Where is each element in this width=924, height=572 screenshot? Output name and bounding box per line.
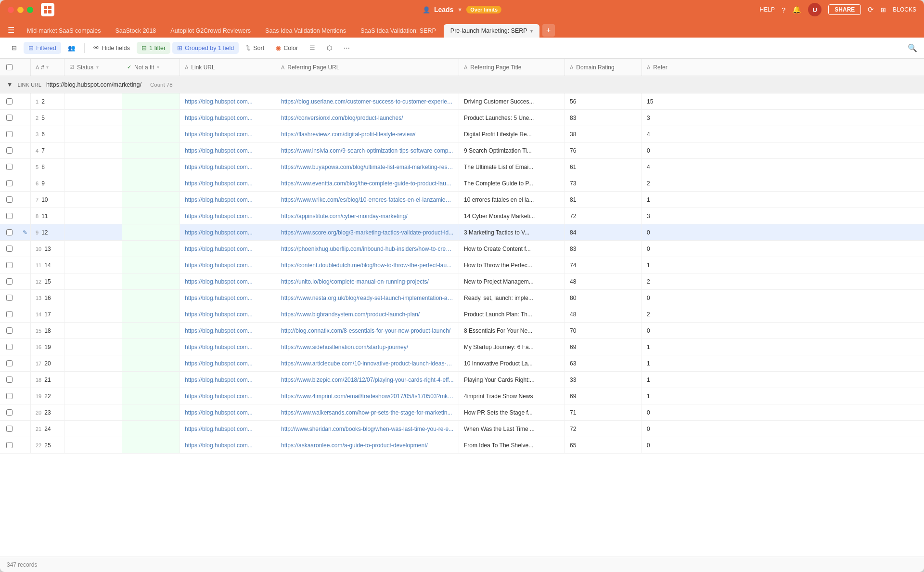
cell-status-22[interactable] <box>64 388 122 404</box>
row-checkbox-23[interactable] <box>6 409 13 416</box>
group-chevron[interactable]: ▼ <box>7 81 13 88</box>
table-row[interactable]: 22 25 https://blog.hubspot.com... https:… <box>0 437 924 454</box>
cell-checkbox-6[interactable] <box>0 126 19 142</box>
table-row[interactable]: 4 7 https://blog.hubspot.com... https://… <box>0 143 924 159</box>
cell-refurl-5[interactable]: https://conversionxl.com/blog/product-la… <box>276 110 459 126</box>
menu-icon[interactable]: ☰ <box>8 26 14 35</box>
cell-checkbox-13[interactable] <box>0 241 19 257</box>
linkurl-link-12[interactable]: https://blog.hubspot.com... <box>185 229 253 236</box>
table-row[interactable]: 19 22 https://blog.hubspot.com... https:… <box>0 388 924 404</box>
cell-refurl-12[interactable]: https://www.score.org/blog/3-marketing-t… <box>276 224 459 240</box>
linkurl-link-9[interactable]: https://blog.hubspot.com... <box>185 180 253 187</box>
cell-status-25[interactable] <box>64 437 122 453</box>
refurl-link-9[interactable]: https://www.eventtia.com/blog/the-comple… <box>281 180 454 187</box>
table-row[interactable]: 13 16 https://blog.hubspot.com... https:… <box>0 290 924 306</box>
cell-refurl-9[interactable]: https://www.eventtia.com/blog/the-comple… <box>276 175 459 191</box>
cell-refurl-6[interactable]: https://flashreviewz.com/digital-profit-… <box>276 126 459 142</box>
search-icon[interactable]: 🔍 <box>908 43 917 52</box>
table-row[interactable]: 11 14 https://blog.hubspot.com... https:… <box>0 257 924 273</box>
row-checkbox-11[interactable] <box>6 213 13 219</box>
cell-linkurl-16[interactable]: https://blog.hubspot.com... <box>180 290 276 306</box>
cell-status-10[interactable] <box>64 192 122 208</box>
row-checkbox-24[interactable] <box>6 426 13 432</box>
app-title[interactable]: Leads <box>434 6 453 13</box>
cell-linkurl-24[interactable]: https://blog.hubspot.com... <box>180 421 276 437</box>
cell-expand-15[interactable] <box>19 273 31 289</box>
cell-notafit-6[interactable] <box>122 126 180 142</box>
cell-refurl-18[interactable]: http://blog.connatix.com/8-essentials-fo… <box>276 323 459 338</box>
table-row[interactable]: 7 10 https://blog.hubspot.com... https:/… <box>0 192 924 208</box>
cell-status-7[interactable] <box>64 143 122 158</box>
cell-status-9[interactable] <box>64 175 122 191</box>
cell-refurl-19[interactable]: https://www.sidehustlenation.com/startup… <box>276 339 459 355</box>
cell-expand-23[interactable] <box>19 404 31 420</box>
table-row[interactable]: 6 9 https://blog.hubspot.com... https://… <box>0 175 924 192</box>
row-checkbox-9[interactable] <box>6 180 13 186</box>
table-row[interactable]: 16 19 https://blog.hubspot.com... https:… <box>0 339 924 355</box>
cell-checkbox-22[interactable] <box>0 388 19 404</box>
refurl-link-15[interactable]: https://unito.io/blog/complete-manual-on… <box>281 278 429 285</box>
cell-expand-9[interactable] <box>19 175 31 191</box>
refurl-link-24[interactable]: http://www.sheridan.com/books-blog/when-… <box>281 426 453 432</box>
cell-refurl-24[interactable]: http://www.sheridan.com/books-blog/when-… <box>276 421 459 437</box>
linkurl-link-8[interactable]: https://blog.hubspot.com... <box>185 164 253 170</box>
cell-refurl-17[interactable]: https://www.bigbrandsystem.com/product-l… <box>276 306 459 322</box>
cell-notafit-18[interactable] <box>122 323 180 338</box>
cell-notafit-20[interactable] <box>122 355 180 371</box>
refurl-link-10[interactable]: https://www.wrike.com/es/blog/10-errores… <box>281 196 454 203</box>
cell-linkurl-8[interactable]: https://blog.hubspot.com... <box>180 159 276 175</box>
blocks-icon[interactable]: ⊞ <box>881 6 886 13</box>
cell-notafit-11[interactable] <box>122 208 180 224</box>
table-row[interactable]: 3 6 https://blog.hubspot.com... https://… <box>0 126 924 143</box>
table-row[interactable]: 21 24 https://blog.hubspot.com... http:/… <box>0 421 924 437</box>
cell-notafit-24[interactable] <box>122 421 180 437</box>
cell-checkbox-24[interactable] <box>0 421 19 437</box>
blocks-label[interactable]: BLOCKS <box>893 6 916 13</box>
refurl-link-20[interactable]: https://www.articlecube.com/10-innovativ… <box>281 360 454 367</box>
linkurl-link-24[interactable]: https://blog.hubspot.com... <box>185 426 253 432</box>
cell-expand-7[interactable] <box>19 143 31 158</box>
cell-linkurl-14[interactable]: https://blog.hubspot.com... <box>180 257 276 273</box>
filtered-button[interactable]: ⊞ Filtered <box>24 42 61 54</box>
header-refer[interactable]: A Refer <box>642 59 738 76</box>
cell-checkbox-17[interactable] <box>0 306 19 322</box>
filter-toggle-button[interactable]: ⊟ <box>7 42 22 54</box>
refurl-link-7[interactable]: https://www.insivia.com/9-search-optimiz… <box>281 147 453 154</box>
cell-expand-16[interactable] <box>19 290 31 306</box>
header-checkbox[interactable] <box>0 59 19 76</box>
cell-expand-11[interactable] <box>19 208 31 224</box>
header-status[interactable]: ☑ Status ▾ <box>64 59 122 76</box>
cell-expand-2[interactable] <box>19 93 31 109</box>
cell-refurl-8[interactable]: https://www.buyapowa.com/blog/ultimate-l… <box>276 159 459 175</box>
cell-refurl-10[interactable]: https://www.wrike.com/es/blog/10-errores… <box>276 192 459 208</box>
cell-status-15[interactable] <box>64 273 122 289</box>
table-row[interactable]: 20 23 https://blog.hubspot.com... https:… <box>0 404 924 421</box>
cell-linkurl-6[interactable]: https://blog.hubspot.com... <box>180 126 276 142</box>
cell-refurl-22[interactable]: https://www.4imprint.com/email/tradeshow… <box>276 388 459 404</box>
linkurl-link-22[interactable]: https://blog.hubspot.com... <box>185 393 253 400</box>
refurl-link-19[interactable]: https://www.sidehustlenation.com/startup… <box>281 344 408 351</box>
row-checkbox-22[interactable] <box>6 393 13 399</box>
tab-autopilot[interactable]: Autopilot G2Crowd Reviewers <box>164 24 257 38</box>
header-domrating[interactable]: A Domain Rating <box>565 59 642 76</box>
help-icon[interactable]: ? <box>782 6 785 14</box>
row-checkbox-10[interactable] <box>6 196 13 203</box>
cell-expand-25[interactable] <box>19 437 31 453</box>
cell-linkurl-18[interactable]: https://blog.hubspot.com... <box>180 323 276 338</box>
linkurl-link-25[interactable]: https://blog.hubspot.com... <box>185 442 253 449</box>
cell-status-23[interactable] <box>64 404 122 420</box>
table-row[interactable]: 5 8 https://blog.hubspot.com... https://… <box>0 159 924 175</box>
cell-status-18[interactable] <box>64 323 122 338</box>
cell-expand-8[interactable] <box>19 159 31 175</box>
cell-status-11[interactable] <box>64 208 122 224</box>
cell-status-24[interactable] <box>64 421 122 437</box>
cell-checkbox-9[interactable] <box>0 175 19 191</box>
linkurl-link-16[interactable]: https://blog.hubspot.com... <box>185 295 253 301</box>
more-button[interactable]: ⋯ <box>339 42 355 54</box>
refurl-link-12[interactable]: https://www.score.org/blog/3-marketing-t… <box>281 229 453 236</box>
grouped-button[interactable]: ⊞ Grouped by 1 field <box>172 42 239 54</box>
row-checkbox-21[interactable] <box>6 377 13 383</box>
refurl-link-6[interactable]: https://flashreviewz.com/digital-profit-… <box>281 131 415 138</box>
minimize-button[interactable] <box>17 7 24 13</box>
cell-linkurl-13[interactable]: https://blog.hubspot.com... <box>180 241 276 257</box>
